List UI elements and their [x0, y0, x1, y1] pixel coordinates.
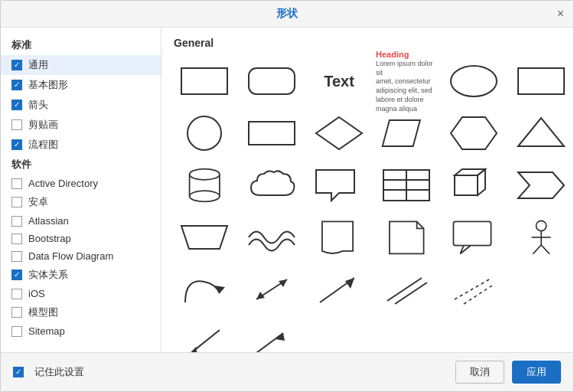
svg-line-29 [533, 245, 541, 254]
shape-diamond[interactable] [308, 110, 370, 156]
sidebar-label-android: 安卓 [28, 195, 48, 209]
shape-arrow-up-right2[interactable] [241, 318, 302, 352]
shape-document[interactable] [308, 214, 370, 260]
close-button[interactable]: × [557, 8, 564, 20]
shape-callout[interactable] [443, 214, 504, 260]
svg-point-26 [536, 220, 546, 230]
sidebar-item-basic-shapes[interactable]: 基本图形 [1, 75, 161, 95]
shape-ellipse[interactable] [443, 58, 504, 104]
shape-diagonal-lines1[interactable] [376, 266, 437, 312]
checkbox-data-flow[interactable] [11, 251, 22, 262]
sidebar-label-general: 通用 [28, 58, 48, 72]
sidebar-item-bootstrap[interactable]: Bootstrap [1, 230, 161, 247]
sidebar-label-atlassian: Atlassian [28, 215, 69, 227]
shape-curved-arrow[interactable] [174, 266, 235, 312]
checkbox-bootstrap[interactable] [11, 234, 22, 244]
shape-hexagon[interactable] [443, 110, 504, 156]
shape-double-arrow[interactable] [241, 266, 302, 312]
shape-callout-arrow[interactable] [308, 162, 370, 208]
shape-cloud[interactable] [241, 162, 302, 208]
svg-line-39 [455, 279, 489, 299]
shape-cylinder[interactable] [174, 162, 235, 208]
sidebar-item-active-directory[interactable]: Active Directory [1, 175, 161, 192]
svg-rect-25 [453, 221, 491, 245]
checkbox-model[interactable] [11, 307, 22, 318]
standard-section-header: 标准 [1, 35, 161, 55]
svg-rect-5 [249, 122, 295, 145]
shape-rect2[interactable] [510, 58, 572, 104]
sidebar-item-sitemap[interactable]: Sitemap [1, 322, 161, 340]
shape-table[interactable] [376, 162, 437, 208]
sidebar-item-ios[interactable]: iOS [1, 285, 161, 302]
remember-check-container[interactable]: 记住此设置 [13, 365, 84, 379]
checkbox-sitemap[interactable] [11, 326, 22, 337]
svg-line-40 [464, 284, 494, 304]
checkbox-flowchart[interactable] [11, 139, 22, 150]
sidebar-label-clipart: 剪贴画 [28, 118, 58, 132]
apply-button[interactable]: 应用 [512, 361, 561, 384]
checkbox-android[interactable] [11, 197, 22, 207]
shape-heading[interactable]: Heading Lorem ipsum dolor sitamet, conse… [376, 58, 437, 104]
shape-arrow-right-up[interactable] [308, 266, 370, 312]
dialog-title: 形状 [276, 7, 298, 21]
cancel-button[interactable]: 取消 [455, 361, 504, 384]
sidebar-label-sitemap: Sitemap [28, 325, 65, 337]
checkbox-basic-shapes[interactable] [11, 80, 22, 90]
sidebar-label-flowchart: 流程图 [28, 138, 58, 152]
sidebar-item-general[interactable]: 通用 [1, 55, 161, 75]
sidebar-item-atlassian[interactable]: Atlassian [1, 212, 161, 230]
svg-point-2 [451, 66, 497, 96]
svg-rect-1 [249, 68, 295, 94]
sidebar-label-arrows: 箭头 [28, 98, 48, 112]
shape-arrow-down-left[interactable] [174, 318, 235, 352]
svg-line-41 [189, 330, 220, 352]
sidebar-item-data-flow[interactable]: Data Flow Diagram [1, 247, 161, 265]
sidebar-label-active-directory: Active Directory [28, 178, 98, 189]
sidebar-item-arrows[interactable]: 箭头 [1, 95, 161, 115]
sidebar-item-flowchart[interactable]: 流程图 [1, 135, 161, 155]
shape-parallelogram[interactable] [376, 110, 437, 156]
checkbox-ios[interactable] [11, 289, 22, 299]
svg-marker-22 [518, 172, 564, 198]
shape-rounded-rect[interactable] [241, 58, 302, 104]
text-label: Text [324, 73, 354, 90]
checkbox-arrows[interactable] [11, 100, 22, 110]
shape-chevron-right[interactable] [510, 162, 572, 208]
shape-rect3[interactable] [241, 110, 302, 156]
svg-marker-6 [316, 117, 362, 149]
checkbox-general[interactable] [11, 60, 22, 70]
shape-circle[interactable] [174, 110, 235, 156]
sidebar-label-ios: iOS [28, 288, 45, 299]
checkbox-active-directory[interactable] [11, 178, 22, 189]
svg-marker-21 [478, 169, 485, 195]
svg-marker-31 [214, 286, 225, 293]
sidebar-label-bootstrap: Bootstrap [28, 233, 71, 244]
sidebar-item-android[interactable]: 安卓 [1, 192, 161, 212]
remember-checkbox[interactable] [13, 367, 24, 377]
shape-wave[interactable] [241, 214, 302, 260]
shape-person[interactable] [510, 214, 572, 260]
shape-triangle[interactable] [510, 110, 572, 156]
sidebar-label-entity: 实体关系 [28, 268, 68, 282]
title-bar: 形状 × [1, 1, 573, 28]
checkbox-entity[interactable] [11, 270, 22, 280]
shape-trapezoid[interactable] [174, 214, 235, 260]
svg-marker-14 [316, 170, 354, 201]
shape-cube[interactable] [443, 162, 504, 208]
shape-rectangle[interactable] [174, 58, 235, 104]
sidebar-item-clipart[interactable]: 剪贴画 [1, 115, 161, 135]
dialog-body: 标准 通用 基本图形 箭头 剪贴画 流程图 软件 [1, 28, 573, 352]
sidebar-label-data-flow: Data Flow Diagram [28, 250, 113, 262]
sidebar-item-entity[interactable]: 实体关系 [1, 265, 161, 285]
shape-note[interactable] [376, 214, 437, 260]
checkbox-atlassian[interactable] [11, 216, 22, 227]
checkbox-clipart[interactable] [11, 119, 22, 130]
remember-label: 记住此设置 [34, 365, 84, 379]
section-title: General [174, 37, 561, 49]
shape-text[interactable]: Text [308, 58, 370, 104]
sidebar-item-model[interactable]: 模型图 [1, 302, 161, 322]
main-content: General Text Heading Lorem ipsum dolor s… [161, 28, 573, 352]
svg-marker-24 [390, 221, 424, 253]
shape-diagonal-lines2[interactable] [443, 266, 504, 312]
software-section-header: 软件 [1, 155, 161, 175]
